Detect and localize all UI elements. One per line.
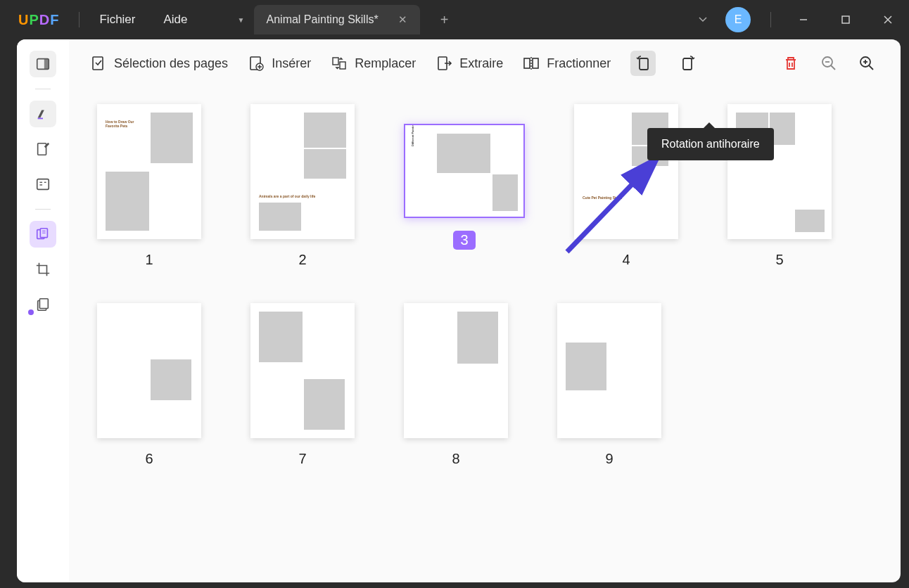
svg-line-34 [567, 157, 659, 252]
new-tab-button[interactable]: + [433, 8, 457, 32]
active-indicator [28, 309, 34, 315]
svg-rect-15 [39, 299, 48, 309]
zoom-out-button[interactable] [816, 51, 841, 76]
page-thumbnail[interactable]: 7 [250, 303, 355, 467]
delete-button[interactable] [778, 51, 803, 76]
zoom-in-button[interactable] [854, 51, 879, 76]
close-tab-icon[interactable]: ✕ [398, 13, 407, 26]
svg-rect-16 [93, 57, 103, 70]
titlebar: UPDF Fichier Aide ▼ Animal Painting Skil… [0, 0, 909, 39]
svg-rect-22 [524, 58, 530, 68]
page-preview [557, 303, 661, 438]
page-number: 5 [775, 252, 783, 268]
page-thumbnail[interactable]: Different Painting Styles 3 [404, 124, 525, 268]
rotate-ccw-button[interactable] [630, 51, 656, 76]
select-pages-label: Sélection des pages [114, 56, 228, 71]
sidebar [17, 39, 69, 582]
tab-title: Animal Painting Skills* [267, 13, 379, 26]
separator [35, 209, 51, 210]
thumbnail-row: 6 7 8 9 [97, 303, 872, 467]
page-thumbnail[interactable]: How to Draw Our Favorite Pets 1 [97, 104, 201, 268]
select-pages-button[interactable]: Sélection des pages [90, 55, 228, 72]
tab-dropdown-icon[interactable]: ▼ [231, 8, 251, 32]
svg-rect-25 [640, 58, 648, 70]
reader-mode-icon[interactable] [30, 51, 56, 77]
page-thumbnail[interactable]: Animals are a part of our daily life 2 [250, 104, 355, 268]
content-area: Sélection des pages Insérer Remplacer Ex… [69, 39, 901, 582]
separator [79, 12, 80, 27]
maximize-button[interactable] [833, 9, 858, 30]
svg-line-31 [869, 65, 873, 70]
toolbar-right [778, 51, 879, 76]
extract-label: Extraire [459, 56, 503, 71]
page-toolbar: Sélection des pages Insérer Remplacer Ex… [69, 39, 901, 87]
rotate-cw-button[interactable] [675, 51, 701, 76]
main-panel: Sélection des pages Insérer Remplacer Ex… [17, 39, 901, 582]
svg-rect-1 [842, 16, 849, 23]
svg-rect-19 [333, 58, 338, 65]
document-tab[interactable]: Animal Painting Skills* ✕ [254, 5, 420, 34]
insert-label: Insérer [272, 56, 311, 71]
page-number: 8 [452, 451, 459, 467]
thumbnail-grid: How to Draw Our Favorite Pets 1 Animals … [69, 87, 901, 582]
page-heading: Animals are a part of our daily life [259, 194, 315, 198]
insert-button[interactable]: Insérer [248, 55, 311, 72]
separator [770, 12, 771, 27]
split-label: Fractionner [547, 56, 611, 71]
page-preview-selected: Different Painting Styles [404, 124, 525, 218]
page-preview [97, 303, 201, 438]
page-preview [250, 303, 355, 438]
menu-help[interactable]: Aide [163, 13, 187, 27]
chevron-down-icon[interactable] [697, 13, 708, 27]
tooltip-rotate-ccw: Rotation antihoraire [647, 128, 774, 160]
replace-button[interactable]: Remplacer [331, 55, 416, 72]
page-preview: Animals are a part of our daily life [250, 104, 355, 239]
page-preview [404, 303, 508, 438]
organize-pages-icon[interactable] [30, 221, 56, 248]
svg-rect-6 [37, 179, 49, 190]
svg-rect-5 [38, 143, 46, 155]
page-number-selected: 3 [453, 231, 475, 250]
page-thumbnail[interactable]: 8 [404, 303, 508, 467]
svg-rect-26 [683, 58, 692, 70]
app-logo: UPDF [18, 12, 59, 28]
edit-icon[interactable] [30, 136, 56, 162]
page-thumbnail[interactable]: 6 [97, 303, 201, 467]
replace-label: Remplacer [355, 56, 416, 71]
minimize-button[interactable] [791, 9, 816, 30]
page-thumbnail[interactable]: 9 [557, 303, 661, 467]
svg-rect-3 [44, 59, 49, 70]
svg-rect-20 [340, 62, 345, 69]
crop-icon[interactable] [30, 256, 56, 283]
form-icon[interactable] [30, 171, 56, 198]
page-preview: How to Draw Our Favorite Pets [97, 104, 201, 239]
highlight-icon[interactable] [30, 101, 56, 127]
svg-line-28 [831, 65, 835, 70]
user-avatar[interactable]: E [725, 7, 751, 32]
page-number: 1 [145, 252, 153, 268]
page-preview [727, 104, 832, 239]
tab-area: ▼ Animal Painting Skills* ✕ + [231, 5, 457, 34]
menu-file[interactable]: Fichier [99, 13, 135, 27]
svg-rect-4 [38, 118, 43, 120]
svg-rect-23 [533, 58, 538, 68]
split-button[interactable]: Fractionner [523, 55, 611, 72]
page-heading: Different Painting Styles [411, 124, 414, 146]
page-heading: How to Draw Our Favorite Pets [106, 120, 144, 128]
page-number: 6 [145, 451, 153, 467]
annotation-arrow [560, 146, 673, 259]
page-number: 2 [298, 252, 306, 268]
page-number: 9 [605, 451, 613, 467]
close-window-button[interactable] [875, 9, 901, 30]
page-number: 7 [298, 451, 306, 467]
extract-button[interactable]: Extraire [436, 55, 503, 72]
titlebar-right: E [697, 7, 901, 32]
watermark-icon[interactable] [30, 291, 56, 318]
separator [35, 89, 51, 89]
